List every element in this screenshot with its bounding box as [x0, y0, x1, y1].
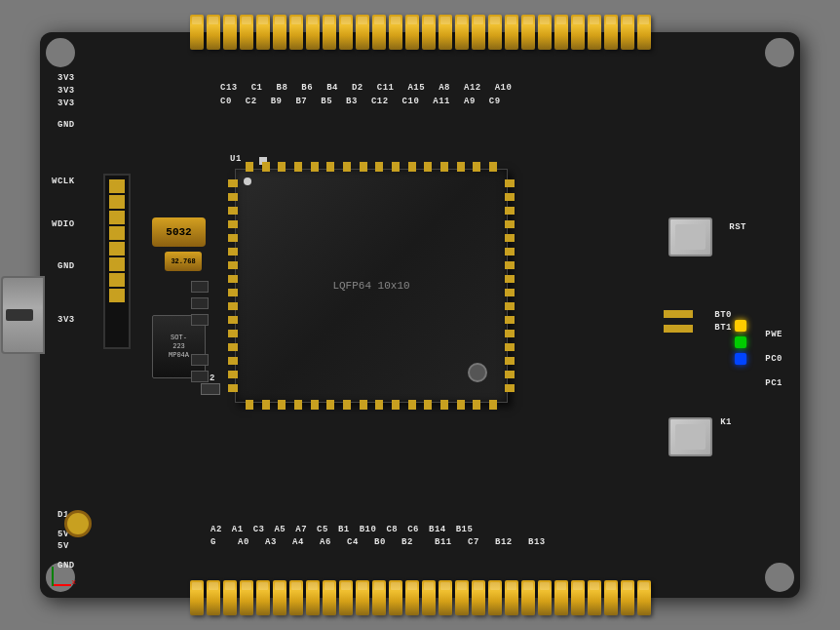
ic-pin-r14: [505, 357, 515, 365]
ic-pin-b7: [343, 400, 351, 410]
led-pc1: [735, 353, 746, 365]
ic-pin-b5: [311, 400, 319, 410]
ic-pin-l13: [228, 343, 238, 351]
pin-top-3: [223, 15, 237, 50]
ic-pin-l12: [228, 330, 238, 337]
usb-port: [6, 309, 33, 321]
crystal-5032: 5032: [152, 217, 206, 247]
ic-pin-b8: [360, 400, 367, 410]
lbl-b1: B1: [338, 525, 350, 534]
left-pad-7: [109, 273, 125, 287]
ic-pin-t5: [311, 162, 319, 172]
lbl-b15: B15: [456, 525, 474, 534]
ic-pin-t2: [262, 162, 270, 172]
lbl-a10: A10: [495, 83, 513, 93]
ic-pin-l8: [228, 275, 238, 283]
pin-top-23: [554, 15, 568, 50]
left-pad-2: [109, 195, 125, 209]
crystal-small-label: 32.768: [171, 257, 195, 265]
ic-pin-r2: [505, 193, 515, 201]
lbl-b8: B8: [277, 83, 288, 93]
left-pad-4: [109, 226, 125, 240]
lbl-a9: A9: [464, 97, 476, 106]
ic-pin-l15: [228, 371, 238, 378]
ic-pin-r10: [505, 302, 515, 310]
smd-2: [191, 297, 209, 309]
pin-bot-27: [621, 580, 634, 615]
pin-top-16: [439, 15, 452, 50]
label-bt1: BT1: [714, 323, 732, 333]
label-3v3-4: 3V3: [57, 315, 75, 325]
corner-tr: [765, 38, 794, 67]
pin-row-bottom: [118, 580, 722, 615]
pin-bot-1: [190, 580, 204, 615]
ic-pin-t14: [457, 162, 465, 172]
ic-pin-r6: [505, 248, 515, 256]
ic-label-text: LQFP64 10x10: [332, 280, 409, 292]
ic-pin-l1: [228, 179, 238, 187]
label-gnd-1: GND: [57, 120, 75, 130]
lbl-c12: C12: [371, 97, 389, 106]
pin-bot-18: [472, 580, 485, 615]
ic-pin-b1: [246, 400, 253, 410]
usb-connector: [1, 276, 45, 354]
ic-pin-l11: [228, 316, 238, 324]
pin-top-7: [289, 15, 303, 50]
label-bt0: BT0: [714, 310, 732, 320]
pin-top-4: [240, 15, 253, 50]
lbl-g: G: [210, 537, 228, 547]
pin-bot-25: [588, 580, 601, 615]
label-pwe: PWE: [765, 330, 783, 339]
lbl-b14: B14: [429, 525, 446, 534]
ic-pin-b6: [326, 400, 334, 410]
pin-bot-13: [389, 580, 402, 615]
label-3v3-3: 3V3: [57, 98, 75, 108]
pin-top-12: [372, 15, 386, 50]
pin-bot-6: [273, 580, 286, 615]
label-3v3-2: 3V3: [57, 86, 75, 96]
pin-top-9: [323, 15, 336, 50]
pin-bot-7: [289, 580, 303, 615]
pin-bot-14: [405, 580, 419, 615]
pin-bot-8: [306, 580, 320, 615]
y-axis: [52, 567, 54, 586]
ic-pin-r5: [505, 234, 515, 242]
pin-bot-12: [372, 580, 386, 615]
rst-button[interactable]: [668, 217, 712, 256]
ic-pin-r16: [505, 384, 515, 392]
lbl-a12: A12: [464, 83, 481, 93]
ic-pin-b10: [392, 400, 400, 410]
lbl-b3: B3: [346, 97, 358, 106]
pin-top-21: [521, 15, 535, 50]
ic-pin-l2: [228, 193, 238, 201]
left-pad-3: [109, 211, 125, 224]
k1-button[interactable]: [668, 417, 712, 456]
ic-circle-pad: [468, 363, 487, 382]
label-wclk: WCLK: [52, 177, 75, 186]
pin-top-2: [207, 15, 220, 50]
lbl-b9: B9: [271, 97, 283, 106]
label-pc0: PC0: [765, 354, 783, 364]
ic-pin-b16: [489, 400, 497, 410]
pin-top-10: [339, 15, 353, 50]
main-ic-chip: LQFP64 10x10: [235, 169, 508, 403]
ic-pin-l4: [228, 220, 238, 228]
ic-pin-r15: [505, 371, 515, 378]
lbl-c9: C9: [489, 97, 501, 106]
pin-top-11: [356, 15, 369, 50]
smd-1: [191, 281, 209, 293]
pin-bot-2: [207, 580, 220, 615]
pin-top-6: [273, 15, 286, 50]
lbl-a3: A3: [265, 537, 283, 547]
label-rst: RST: [729, 222, 746, 232]
lbl-b5: B5: [321, 97, 332, 106]
ic-pin-t4: [294, 162, 302, 172]
pin-top-28: [637, 15, 651, 50]
x-label: x: [71, 577, 76, 586]
pin-bot-28: [637, 580, 651, 615]
lbl-c5: C5: [317, 525, 328, 534]
axes-indicator: x: [52, 562, 76, 586]
ic-pin-r3: [505, 207, 515, 215]
x-axis: [52, 584, 71, 586]
ic-pin-t7: [343, 162, 351, 172]
